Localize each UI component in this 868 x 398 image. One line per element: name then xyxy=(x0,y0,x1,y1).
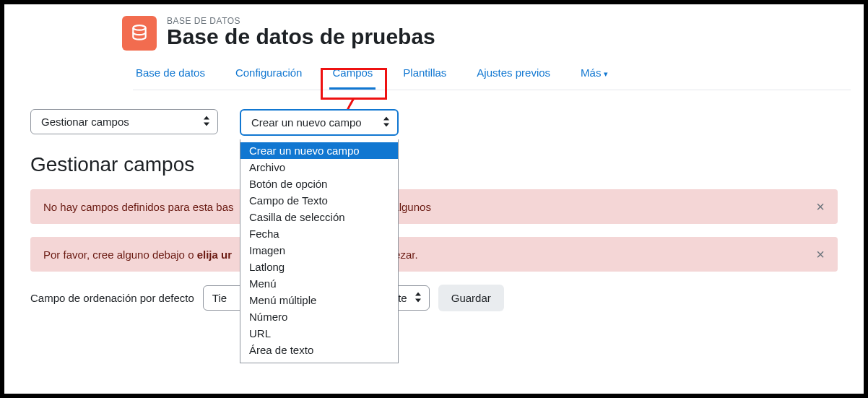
close-icon[interactable]: × xyxy=(816,247,825,261)
svg-point-0 xyxy=(133,25,145,30)
dropdown-option[interactable]: Fecha xyxy=(240,225,398,242)
alert-no-fields: No hay campos definidos para esta bas e … xyxy=(30,189,838,224)
close-icon[interactable]: × xyxy=(816,199,825,214)
tab-more[interactable]: Más▾ xyxy=(578,59,611,90)
section-title: Gestionar campos xyxy=(30,153,851,176)
manage-fields-select[interactable]: Gestionar campos xyxy=(30,109,218,134)
default-sort-row: Campo de ordenación por defecto Tie nden… xyxy=(30,285,851,311)
dropdown-option[interactable]: URL xyxy=(240,325,398,342)
save-button[interactable]: Guardar xyxy=(438,285,504,311)
tab-configuration[interactable]: Configuración xyxy=(233,59,305,90)
create-field-select-label: Crear un nuevo campo xyxy=(251,116,362,129)
alert-please-create: Por favor, cree alguno debajo o elija ur… xyxy=(30,237,838,272)
sort-label: Campo de ordenación por defecto xyxy=(30,292,194,304)
page-title: Base de datos de pruebas xyxy=(167,25,435,49)
dropdown-option[interactable]: Latlong xyxy=(240,259,398,275)
dropdown-option[interactable]: Número xyxy=(240,308,398,325)
dropdown-option[interactable]: Campo de Texto xyxy=(240,192,398,209)
tab-fields[interactable]: Campos xyxy=(329,59,376,90)
dropdown-option[interactable]: Menú múltiple xyxy=(240,292,398,308)
database-icon xyxy=(122,16,157,51)
create-field-dropdown: Crear un nuevo campo Archivo Botón de op… xyxy=(240,139,399,363)
dropdown-option[interactable]: Menú xyxy=(240,275,398,292)
tab-templates[interactable]: Plantillas xyxy=(400,59,449,90)
tabs-nav: Base de datos Configuración Campos Plant… xyxy=(133,59,851,90)
dropdown-option[interactable]: Botón de opción xyxy=(240,176,398,192)
tab-database[interactable]: Base de datos xyxy=(133,59,208,90)
dropdown-option[interactable]: Crear un nuevo campo xyxy=(240,142,398,159)
dropdown-option[interactable]: Imagen xyxy=(240,242,398,259)
page-header: BASE DE DATOS Base de datos de pruebas xyxy=(122,16,851,51)
manage-fields-select-label: Gestionar campos xyxy=(41,116,129,128)
dropdown-option[interactable]: Archivo xyxy=(240,159,398,176)
create-field-select[interactable]: Crear un nuevo campo xyxy=(240,109,399,136)
select-updown-icon xyxy=(415,292,422,304)
chevron-down-icon: ▾ xyxy=(604,69,608,78)
tab-presets[interactable]: Ajustes previos xyxy=(474,59,553,90)
select-updown-icon xyxy=(203,116,210,128)
select-updown-icon xyxy=(383,116,390,129)
dropdown-option[interactable]: Área de texto xyxy=(240,342,398,358)
dropdown-option[interactable]: Casilla de selección xyxy=(240,209,398,225)
